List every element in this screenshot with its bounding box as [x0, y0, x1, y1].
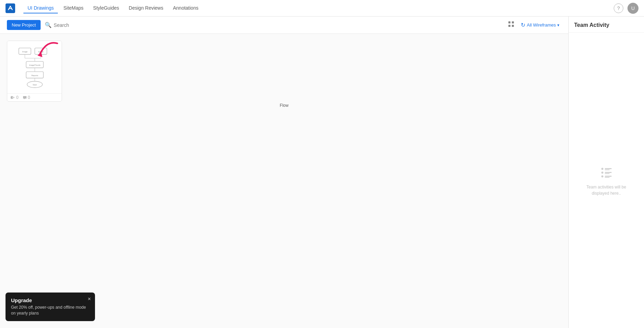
project-meta: 0 0	[11, 95, 30, 100]
content-area: New Project 🔍 ↻ All Wireframes ▾	[0, 17, 568, 328]
upgrade-description: Get 20% off, power-ups and offline mode …	[11, 305, 89, 316]
svg-rect-1	[512, 21, 514, 23]
svg-rect-3	[512, 25, 514, 27]
svg-rect-2	[508, 25, 510, 27]
svg-rect-26	[605, 172, 612, 173]
main-layout: New Project 🔍 ↻ All Wireframes ▾	[0, 17, 644, 328]
svg-point-28	[601, 175, 603, 177]
toolbar-right: ↻ All Wireframes ▾	[508, 20, 561, 30]
svg-rect-0	[508, 21, 510, 23]
chevron-down-icon: ▾	[557, 23, 559, 28]
right-sidebar: Team Activity Team activities will bedis…	[568, 17, 644, 328]
avatar[interactable]: U	[627, 3, 638, 14]
viewers-count: 0	[11, 95, 19, 100]
projects-area: Image badge ImageThumb	[0, 34, 568, 328]
svg-rect-29	[605, 176, 612, 177]
svg-text:badge: badge	[38, 51, 43, 53]
nav-link-styleguides[interactable]: StyleGuides	[89, 3, 123, 13]
nav-link-ui-drawings[interactable]: UI Drawings	[23, 3, 58, 13]
nav-links: UI Drawings SiteMaps StyleGuides Design …	[23, 3, 614, 13]
project-thumbnail: Image badge ImageThumb	[7, 41, 62, 93]
project-footer: 0 0	[7, 93, 62, 101]
sidebar-title: Team Activity	[569, 17, 644, 33]
svg-rect-24	[605, 170, 610, 170]
upgrade-toast: × Upgrade Get 20% off, power-ups and off…	[6, 293, 95, 321]
svg-text:Image: Image	[22, 51, 27, 53]
search-box[interactable]: 🔍	[45, 22, 102, 28]
upgrade-close-button[interactable]: ×	[88, 296, 91, 302]
search-input[interactable]	[54, 22, 102, 28]
filter-button[interactable]: ↻ All Wireframes ▾	[519, 20, 561, 30]
project-card[interactable]: Image badge ImageThumb	[7, 41, 62, 102]
comments-count: 0	[23, 95, 30, 100]
logo-icon	[6, 3, 15, 13]
svg-point-25	[601, 172, 603, 174]
search-icon: 🔍	[45, 22, 52, 28]
svg-text:Reports: Reports	[31, 74, 38, 76]
nav-link-sitemaps[interactable]: SiteMaps	[59, 3, 87, 13]
upgrade-title: Upgrade	[11, 297, 89, 303]
sidebar-empty-state: Team activities will bedisplayed here..	[569, 33, 644, 328]
help-button[interactable]: ?	[614, 3, 623, 13]
svg-point-22	[601, 168, 603, 170]
filter-label: All Wireframes	[527, 22, 556, 28]
svg-rect-27	[605, 173, 610, 174]
svg-rect-23	[605, 168, 612, 169]
svg-text:Start: Start	[33, 84, 37, 86]
refresh-icon: ↻	[521, 22, 525, 28]
empty-activity-icon	[600, 165, 613, 180]
project-name: Flow	[7, 102, 561, 110]
svg-text:ImageThumb: ImageThumb	[29, 64, 41, 66]
logo[interactable]	[6, 3, 15, 13]
svg-rect-30	[605, 177, 610, 178]
nav-link-design-reviews[interactable]: Design Reviews	[125, 3, 167, 13]
grid-view-icon[interactable]	[508, 21, 515, 29]
toolbar: New Project 🔍 ↻ All Wireframes ▾	[0, 17, 568, 34]
top-nav: UI Drawings SiteMaps StyleGuides Design …	[0, 0, 644, 17]
nav-link-annotations[interactable]: Annotations	[169, 3, 202, 13]
empty-activity-text: Team activities will bedisplayed here..	[587, 184, 626, 196]
new-project-button[interactable]: New Project	[7, 20, 41, 30]
nav-right: ? U	[614, 3, 638, 14]
